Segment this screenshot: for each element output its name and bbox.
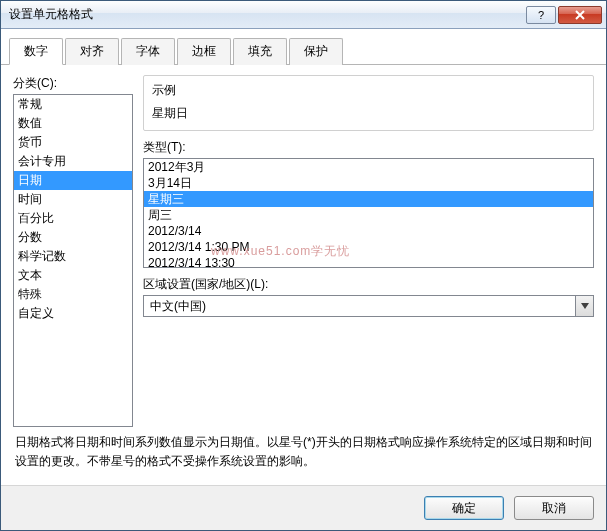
titlebar: 设置单元格格式 ?: [1, 1, 606, 29]
category-item-time[interactable]: 时间: [14, 190, 132, 209]
footer: 确定 取消: [1, 485, 606, 530]
type-item[interactable]: 周三: [144, 207, 593, 223]
category-item-scientific[interactable]: 科学记数: [14, 247, 132, 266]
locale-combo[interactable]: 中文(中国): [143, 295, 594, 317]
window-buttons: ?: [526, 6, 602, 24]
close-icon: [574, 10, 586, 20]
chevron-down-icon: [581, 303, 589, 309]
locale-row: 区域设置(国家/地区)(L): 中文(中国): [143, 276, 594, 317]
type-label: 类型(T):: [143, 139, 594, 156]
category-item-text[interactable]: 文本: [14, 266, 132, 285]
type-item[interactable]: 3月14日: [144, 175, 593, 191]
type-item[interactable]: 2012/3/14 1:30 PM: [144, 239, 593, 255]
category-item-accounting[interactable]: 会计专用: [14, 152, 132, 171]
content-area: 分类(C): 常规 数值 货币 会计专用 日期 时间 百分比 分数 科学记数 文…: [1, 65, 606, 485]
tab-protection[interactable]: 保护: [289, 38, 343, 65]
category-item-currency[interactable]: 货币: [14, 133, 132, 152]
sample-label: 示例: [152, 82, 585, 99]
tab-fill[interactable]: 填充: [233, 38, 287, 65]
close-button[interactable]: [558, 6, 602, 24]
upper-panel: 分类(C): 常规 数值 货币 会计专用 日期 时间 百分比 分数 科学记数 文…: [13, 75, 594, 427]
category-list[interactable]: 常规 数值 货币 会计专用 日期 时间 百分比 分数 科学记数 文本 特殊 自定…: [13, 94, 133, 427]
tab-number[interactable]: 数字: [9, 38, 63, 65]
combo-dropdown-button[interactable]: [575, 296, 593, 316]
category-item-percentage[interactable]: 百分比: [14, 209, 132, 228]
type-item[interactable]: 2012年3月: [144, 159, 593, 175]
help-button[interactable]: ?: [526, 6, 556, 24]
category-item-date[interactable]: 日期: [14, 171, 132, 190]
ok-button[interactable]: 确定: [424, 496, 504, 520]
category-item-fraction[interactable]: 分数: [14, 228, 132, 247]
description-text: 日期格式将日期和时间系列数值显示为日期值。以星号(*)开头的日期格式响应操作系统…: [13, 427, 594, 479]
dialog-window: 设置单元格格式 ? 数字 对齐 字体 边框 填充 保护 分类(C): 常规 数值…: [0, 0, 607, 531]
tab-font[interactable]: 字体: [121, 38, 175, 65]
category-item-special[interactable]: 特殊: [14, 285, 132, 304]
locale-label: 区域设置(国家/地区)(L):: [143, 276, 594, 293]
category-item-general[interactable]: 常规: [14, 95, 132, 114]
tab-border[interactable]: 边框: [177, 38, 231, 65]
locale-value: 中文(中国): [144, 296, 575, 316]
window-title: 设置单元格格式: [9, 6, 526, 23]
details-column: 示例 星期日 类型(T): 2012年3月 3月14日 星期三 周三 2012/…: [143, 75, 594, 427]
type-item[interactable]: 2012/3/14 13:30: [144, 255, 593, 268]
type-item[interactable]: 2012/3/14: [144, 223, 593, 239]
tab-strip: 数字 对齐 字体 边框 填充 保护: [1, 29, 606, 65]
category-column: 分类(C): 常规 数值 货币 会计专用 日期 时间 百分比 分数 科学记数 文…: [13, 75, 133, 427]
tab-alignment[interactable]: 对齐: [65, 38, 119, 65]
type-list[interactable]: 2012年3月 3月14日 星期三 周三 2012/3/14 2012/3/14…: [143, 158, 594, 268]
sample-value: 星期日: [152, 101, 585, 122]
cancel-button[interactable]: 取消: [514, 496, 594, 520]
category-item-custom[interactable]: 自定义: [14, 304, 132, 323]
category-item-number[interactable]: 数值: [14, 114, 132, 133]
type-item-selected[interactable]: 星期三: [144, 191, 593, 207]
sample-box: 示例 星期日: [143, 75, 594, 131]
category-label: 分类(C):: [13, 75, 133, 92]
